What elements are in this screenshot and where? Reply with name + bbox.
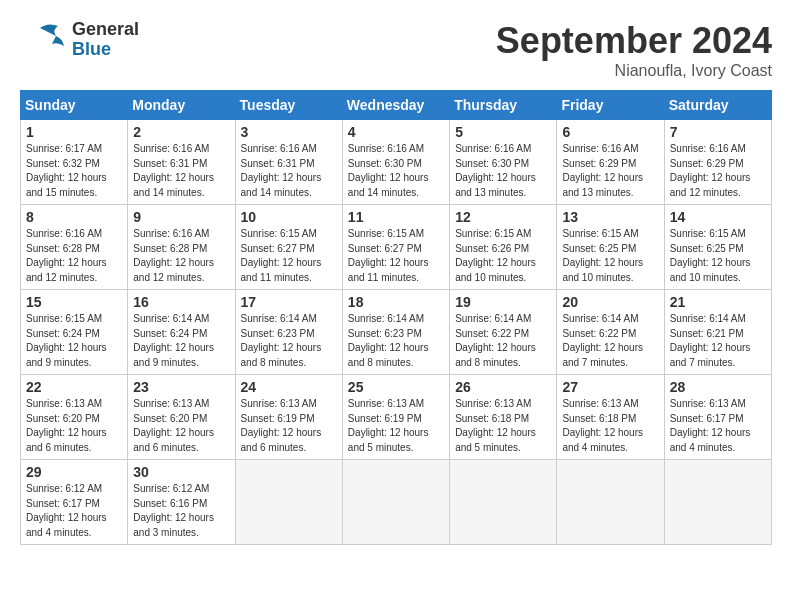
calendar-day-cell: 4 Sunrise: 6:16 AM Sunset: 6:30 PM Dayli…: [342, 120, 449, 205]
day-number: 4: [348, 124, 444, 140]
calendar-day-cell: 23 Sunrise: 6:13 AM Sunset: 6:20 PM Dayl…: [128, 375, 235, 460]
day-number: 8: [26, 209, 122, 225]
day-info: Sunrise: 6:14 AM Sunset: 6:21 PM Dayligh…: [670, 312, 766, 370]
calendar-day-cell: 21 Sunrise: 6:14 AM Sunset: 6:21 PM Dayl…: [664, 290, 771, 375]
day-number: 13: [562, 209, 658, 225]
day-number: 25: [348, 379, 444, 395]
col-monday: Monday: [128, 91, 235, 120]
calendar-week-row: 1 Sunrise: 6:17 AM Sunset: 6:32 PM Dayli…: [21, 120, 772, 205]
col-saturday: Saturday: [664, 91, 771, 120]
calendar-day-cell: 16 Sunrise: 6:14 AM Sunset: 6:24 PM Dayl…: [128, 290, 235, 375]
day-info: Sunrise: 6:13 AM Sunset: 6:18 PM Dayligh…: [562, 397, 658, 455]
logo-general: General: [72, 20, 139, 40]
day-number: 29: [26, 464, 122, 480]
calendar-day-cell: 5 Sunrise: 6:16 AM Sunset: 6:30 PM Dayli…: [450, 120, 557, 205]
calendar-week-row: 22 Sunrise: 6:13 AM Sunset: 6:20 PM Dayl…: [21, 375, 772, 460]
calendar-day-cell: 26 Sunrise: 6:13 AM Sunset: 6:18 PM Dayl…: [450, 375, 557, 460]
calendar-week-row: 15 Sunrise: 6:15 AM Sunset: 6:24 PM Dayl…: [21, 290, 772, 375]
calendar-day-cell: 15 Sunrise: 6:15 AM Sunset: 6:24 PM Dayl…: [21, 290, 128, 375]
calendar-day-cell: 18 Sunrise: 6:14 AM Sunset: 6:23 PM Dayl…: [342, 290, 449, 375]
calendar-day-cell: [557, 460, 664, 545]
title-area: September 2024 Nianoufla, Ivory Coast: [496, 20, 772, 80]
day-number: 30: [133, 464, 229, 480]
day-number: 21: [670, 294, 766, 310]
location: Nianoufla, Ivory Coast: [496, 62, 772, 80]
col-sunday: Sunday: [21, 91, 128, 120]
day-info: Sunrise: 6:13 AM Sunset: 6:19 PM Dayligh…: [348, 397, 444, 455]
month-title: September 2024: [496, 20, 772, 62]
day-number: 12: [455, 209, 551, 225]
calendar-day-cell: 30 Sunrise: 6:12 AM Sunset: 6:16 PM Dayl…: [128, 460, 235, 545]
day-info: Sunrise: 6:14 AM Sunset: 6:22 PM Dayligh…: [455, 312, 551, 370]
calendar-day-cell: 11 Sunrise: 6:15 AM Sunset: 6:27 PM Dayl…: [342, 205, 449, 290]
calendar-day-cell: 29 Sunrise: 6:12 AM Sunset: 6:17 PM Dayl…: [21, 460, 128, 545]
day-info: Sunrise: 6:13 AM Sunset: 6:18 PM Dayligh…: [455, 397, 551, 455]
calendar-day-cell: 13 Sunrise: 6:15 AM Sunset: 6:25 PM Dayl…: [557, 205, 664, 290]
day-number: 1: [26, 124, 122, 140]
calendar-day-cell: 14 Sunrise: 6:15 AM Sunset: 6:25 PM Dayl…: [664, 205, 771, 290]
calendar-day-cell: 1 Sunrise: 6:17 AM Sunset: 6:32 PM Dayli…: [21, 120, 128, 205]
day-number: 23: [133, 379, 229, 395]
day-number: 7: [670, 124, 766, 140]
calendar-day-cell: [342, 460, 449, 545]
day-info: Sunrise: 6:12 AM Sunset: 6:16 PM Dayligh…: [133, 482, 229, 540]
calendar-day-cell: 9 Sunrise: 6:16 AM Sunset: 6:28 PM Dayli…: [128, 205, 235, 290]
calendar-header-row: Sunday Monday Tuesday Wednesday Thursday…: [21, 91, 772, 120]
day-info: Sunrise: 6:16 AM Sunset: 6:30 PM Dayligh…: [455, 142, 551, 200]
day-number: 15: [26, 294, 122, 310]
day-info: Sunrise: 6:15 AM Sunset: 6:25 PM Dayligh…: [670, 227, 766, 285]
day-number: 11: [348, 209, 444, 225]
day-info: Sunrise: 6:16 AM Sunset: 6:28 PM Dayligh…: [133, 227, 229, 285]
calendar-day-cell: 8 Sunrise: 6:16 AM Sunset: 6:28 PM Dayli…: [21, 205, 128, 290]
col-tuesday: Tuesday: [235, 91, 342, 120]
day-number: 26: [455, 379, 551, 395]
col-wednesday: Wednesday: [342, 91, 449, 120]
logo-text: General Blue: [72, 20, 139, 60]
day-info: Sunrise: 6:16 AM Sunset: 6:31 PM Dayligh…: [133, 142, 229, 200]
calendar-day-cell: 12 Sunrise: 6:15 AM Sunset: 6:26 PM Dayl…: [450, 205, 557, 290]
calendar-day-cell: 7 Sunrise: 6:16 AM Sunset: 6:29 PM Dayli…: [664, 120, 771, 205]
day-info: Sunrise: 6:16 AM Sunset: 6:29 PM Dayligh…: [670, 142, 766, 200]
day-number: 14: [670, 209, 766, 225]
day-info: Sunrise: 6:13 AM Sunset: 6:20 PM Dayligh…: [133, 397, 229, 455]
day-number: 3: [241, 124, 337, 140]
day-number: 9: [133, 209, 229, 225]
day-info: Sunrise: 6:14 AM Sunset: 6:23 PM Dayligh…: [348, 312, 444, 370]
calendar-week-row: 8 Sunrise: 6:16 AM Sunset: 6:28 PM Dayli…: [21, 205, 772, 290]
calendar-day-cell: 2 Sunrise: 6:16 AM Sunset: 6:31 PM Dayli…: [128, 120, 235, 205]
day-number: 24: [241, 379, 337, 395]
calendar-day-cell: 28 Sunrise: 6:13 AM Sunset: 6:17 PM Dayl…: [664, 375, 771, 460]
calendar-day-cell: 17 Sunrise: 6:14 AM Sunset: 6:23 PM Dayl…: [235, 290, 342, 375]
day-number: 20: [562, 294, 658, 310]
calendar-day-cell: 22 Sunrise: 6:13 AM Sunset: 6:20 PM Dayl…: [21, 375, 128, 460]
day-info: Sunrise: 6:16 AM Sunset: 6:29 PM Dayligh…: [562, 142, 658, 200]
day-info: Sunrise: 6:14 AM Sunset: 6:22 PM Dayligh…: [562, 312, 658, 370]
calendar-week-row: 29 Sunrise: 6:12 AM Sunset: 6:17 PM Dayl…: [21, 460, 772, 545]
calendar-day-cell: 20 Sunrise: 6:14 AM Sunset: 6:22 PM Dayl…: [557, 290, 664, 375]
day-number: 17: [241, 294, 337, 310]
calendar-day-cell: 6 Sunrise: 6:16 AM Sunset: 6:29 PM Dayli…: [557, 120, 664, 205]
logo-icon: [20, 20, 68, 60]
day-info: Sunrise: 6:15 AM Sunset: 6:27 PM Dayligh…: [348, 227, 444, 285]
col-friday: Friday: [557, 91, 664, 120]
calendar-day-cell: 3 Sunrise: 6:16 AM Sunset: 6:31 PM Dayli…: [235, 120, 342, 205]
day-info: Sunrise: 6:15 AM Sunset: 6:26 PM Dayligh…: [455, 227, 551, 285]
day-number: 27: [562, 379, 658, 395]
day-number: 19: [455, 294, 551, 310]
day-info: Sunrise: 6:16 AM Sunset: 6:28 PM Dayligh…: [26, 227, 122, 285]
day-number: 5: [455, 124, 551, 140]
day-number: 16: [133, 294, 229, 310]
page-header: General Blue September 2024 Nianoufla, I…: [20, 20, 772, 80]
calendar-day-cell: 24 Sunrise: 6:13 AM Sunset: 6:19 PM Dayl…: [235, 375, 342, 460]
day-number: 10: [241, 209, 337, 225]
logo: General Blue: [20, 20, 139, 60]
day-info: Sunrise: 6:14 AM Sunset: 6:23 PM Dayligh…: [241, 312, 337, 370]
calendar-day-cell: [235, 460, 342, 545]
col-thursday: Thursday: [450, 91, 557, 120]
day-info: Sunrise: 6:14 AM Sunset: 6:24 PM Dayligh…: [133, 312, 229, 370]
day-info: Sunrise: 6:13 AM Sunset: 6:20 PM Dayligh…: [26, 397, 122, 455]
day-info: Sunrise: 6:12 AM Sunset: 6:17 PM Dayligh…: [26, 482, 122, 540]
day-info: Sunrise: 6:13 AM Sunset: 6:17 PM Dayligh…: [670, 397, 766, 455]
day-info: Sunrise: 6:17 AM Sunset: 6:32 PM Dayligh…: [26, 142, 122, 200]
day-number: 2: [133, 124, 229, 140]
